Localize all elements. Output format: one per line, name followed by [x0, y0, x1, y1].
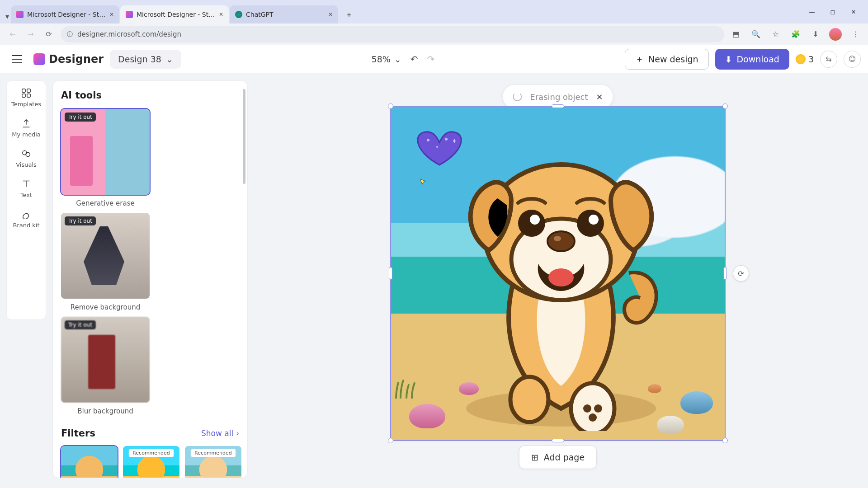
ai-tool-generative-erase[interactable]: Try it out Generative erase: [61, 109, 150, 207]
zoom-icon[interactable]: 🔍: [750, 28, 762, 41]
close-icon[interactable]: ✕: [328, 11, 333, 18]
browser-menu-icon[interactable]: ⋮: [849, 28, 862, 41]
downloads-icon[interactable]: ⬇: [809, 28, 822, 41]
bookmark-icon[interactable]: ☆: [769, 28, 782, 41]
ai-tool-remove-background[interactable]: Try it out Remove background: [61, 213, 150, 311]
url-text: designer.microsoft.com/design: [77, 30, 181, 38]
redo-icon[interactable]: ↷: [427, 54, 435, 65]
filter-thumb: [61, 446, 118, 478]
browser-titlebar: ▾ Microsoft Designer - Stunning ✕ Micros…: [0, 0, 868, 23]
site-info-icon[interactable]: ⓘ: [67, 30, 73, 38]
side-panel: AI tools Try it out Generative erase Try…: [52, 80, 248, 478]
svg-rect-0: [22, 89, 25, 92]
svg-rect-1: [27, 89, 30, 92]
rail-label: My media: [12, 131, 41, 138]
tab-label: Microsoft Designer - Stunning: [27, 11, 106, 18]
hamburger-menu-icon[interactable]: [7, 49, 27, 69]
forward-icon[interactable]: →: [24, 28, 37, 41]
rail-templates[interactable]: Templates: [11, 88, 41, 108]
tab-label: ChatGPT: [246, 11, 325, 18]
reload-icon[interactable]: ⟳: [42, 28, 55, 41]
canvas-area[interactable]: Erasing object ✕: [248, 73, 868, 488]
ai-tool-blur-background[interactable]: Try it out Blur background: [61, 317, 150, 415]
resize-handle[interactable]: [388, 438, 393, 443]
shell-shape: [648, 384, 661, 393]
resize-handle[interactable]: [388, 103, 393, 109]
close-window-icon[interactable]: ✕: [844, 5, 863, 19]
designer-logo[interactable]: Designer: [33, 53, 104, 66]
resize-handle[interactable]: [552, 104, 564, 108]
rail-label: Templates: [11, 101, 41, 108]
maximize-icon[interactable]: ◻: [824, 5, 842, 19]
chevron-down-icon: ⌄: [394, 54, 401, 64]
toast-text: Erasing object: [530, 92, 588, 102]
new-design-button[interactable]: ＋ New design: [625, 49, 709, 70]
close-icon[interactable]: ✕: [109, 11, 114, 18]
design-name-dropdown[interactable]: Design 38 ⌄: [110, 50, 181, 69]
plus-square-icon: ⊞: [531, 452, 538, 462]
minimize-icon[interactable]: —: [803, 5, 821, 19]
download-button[interactable]: ⬇ Download: [715, 49, 789, 70]
credits-indicator[interactable]: 3: [796, 54, 814, 64]
profile-avatar-icon[interactable]: [829, 28, 842, 41]
extensions-icon[interactable]: 🧩: [789, 28, 802, 41]
rail-my-media[interactable]: My media: [12, 118, 41, 138]
app-header: Designer Design 38 ⌄ 58% ⌄ ↶ ↷ ＋ New des…: [0, 45, 868, 73]
show-all-link[interactable]: Show all ›: [201, 429, 239, 438]
tab-search-icon[interactable]: ▾: [5, 12, 9, 21]
resize-handle[interactable]: [722, 103, 728, 109]
shell-shape: [680, 391, 713, 414]
filter-thumb: Recommended: [123, 446, 179, 478]
ai-tool-label: Generative erase: [76, 199, 135, 207]
filter-calm[interactable]: Recommended Calm: [185, 446, 241, 478]
chevron-right-icon: ›: [236, 429, 239, 438]
undo-icon[interactable]: ↶: [410, 54, 418, 65]
rail-visuals[interactable]: Visuals: [16, 149, 37, 168]
resize-handle[interactable]: [389, 267, 392, 280]
new-tab-button[interactable]: ＋: [343, 8, 355, 21]
svg-point-19: [548, 268, 574, 286]
add-page-button[interactable]: ⊞ Add page: [519, 446, 597, 469]
logo-mark-icon: [33, 53, 45, 65]
share-icon[interactable]: ⇆: [820, 51, 837, 68]
zoom-value: 58%: [372, 54, 391, 64]
svg-point-8: [436, 146, 438, 148]
filter-normal[interactable]: Normal: [61, 446, 118, 478]
zoom-dropdown[interactable]: 58% ⌄: [372, 54, 401, 64]
close-icon[interactable]: ✕: [219, 11, 223, 18]
svg-point-13: [594, 404, 602, 413]
rail-label: Text: [20, 192, 32, 198]
ai-tool-thumb: Try it out: [61, 317, 150, 403]
install-app-icon[interactable]: ⬒: [730, 28, 742, 41]
plus-icon: ＋: [635, 53, 644, 65]
shell-shape: [459, 382, 479, 395]
rotate-handle-icon[interactable]: ⟳: [733, 265, 749, 282]
svg-point-12: [583, 404, 591, 413]
close-icon[interactable]: ✕: [596, 92, 603, 102]
designer-favicon-icon: [126, 11, 133, 18]
svg-rect-2: [22, 94, 25, 97]
filter-punch[interactable]: Recommended Punch: [123, 446, 179, 478]
browser-tab[interactable]: ChatGPT ✕: [230, 5, 338, 23]
svg-point-10: [510, 377, 548, 422]
rail-text[interactable]: Text: [20, 179, 32, 198]
resize-handle[interactable]: [552, 439, 564, 442]
filters-title: Filters: [61, 428, 95, 439]
recommended-badge: Recommended: [128, 449, 174, 457]
recommended-badge: Recommended: [190, 449, 236, 457]
resize-handle[interactable]: [722, 438, 728, 443]
rail-label: Brand kit: [13, 222, 39, 229]
browser-tab[interactable]: Microsoft Designer - Stunning ✕: [120, 5, 229, 23]
visuals-icon: [21, 149, 31, 159]
browser-tab[interactable]: Microsoft Designer - Stunning ✕: [11, 5, 119, 23]
rail-brand-kit[interactable]: Brand kit: [13, 209, 39, 229]
selected-image[interactable]: ⟳: [390, 106, 726, 441]
svg-rect-3: [27, 94, 30, 97]
image-content: [391, 107, 725, 440]
account-icon[interactable]: ☺: [844, 51, 861, 68]
resize-handle[interactable]: [723, 267, 727, 280]
upload-icon: [21, 118, 31, 128]
back-icon[interactable]: ←: [6, 28, 19, 41]
address-bar[interactable]: ⓘ designer.microsoft.com/design: [61, 26, 724, 42]
scrollbar[interactable]: [243, 89, 245, 184]
